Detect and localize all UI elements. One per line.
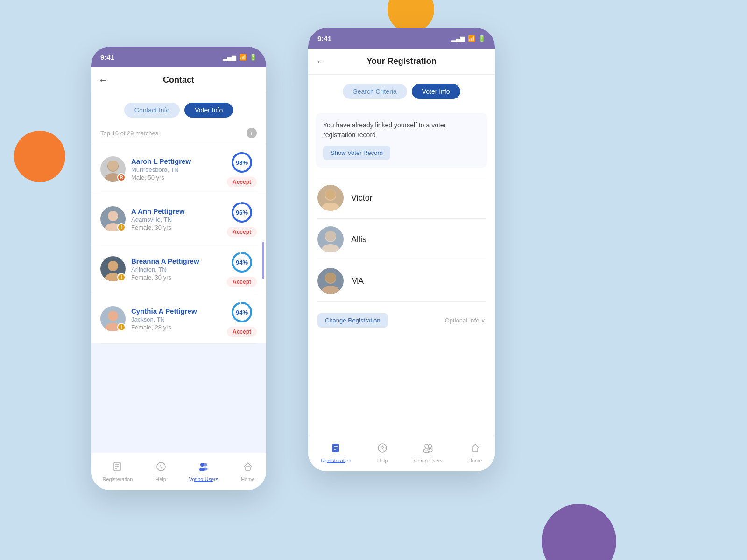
tab-row-right: Search Criteria Voter Info: [308, 75, 495, 104]
svg-text:?: ?: [159, 464, 162, 470]
voting-icon-left: [198, 462, 209, 475]
match-row: Top 10 of 29 matches i: [91, 122, 266, 144]
wifi-icon-right: 📶: [468, 35, 475, 42]
nav-label-help-right: Help: [377, 458, 388, 463]
badge-i-2: i: [117, 223, 126, 231]
divider-4: [100, 343, 257, 344]
status-time-right: 9:41: [317, 35, 331, 42]
badge-i-4: i: [117, 323, 126, 331]
accept-btn-2[interactable]: Accept: [227, 227, 257, 237]
contact-location-1: Murfreesboro, TN: [131, 166, 221, 173]
status-icons-left: ▂▄▆ 📶 🔋: [223, 54, 257, 61]
percent-3: 94%: [236, 259, 248, 266]
contact-info-2: A Ann Pettigrew Adamsville, TN Female, 3…: [131, 207, 221, 231]
info-icon[interactable]: i: [247, 128, 257, 138]
contact-info-3: Breanna A Pettigrew Arlington, TN Female…: [131, 257, 221, 281]
avatar-ma: [317, 268, 344, 294]
badge-i-3: i: [117, 273, 126, 281]
contact-name-4: Cynthia A Pettigrew: [131, 307, 221, 315]
back-button-right[interactable]: ←: [316, 56, 325, 67]
page-title-left: Contact: [163, 75, 194, 85]
svg-point-34: [325, 189, 336, 200]
back-button-left[interactable]: ←: [99, 75, 108, 85]
optional-info[interactable]: Optional Info ∨: [445, 317, 486, 324]
nav-item-voting-right[interactable]: Voting Users: [413, 443, 442, 463]
nav-label-voting-right: Voting Users: [413, 458, 442, 463]
contact-item-4[interactable]: i Cynthia A Pettigrew Jackson, TN Female…: [91, 294, 266, 343]
nav-item-help-right[interactable]: ? Help: [377, 443, 388, 463]
accept-btn-1[interactable]: Accept: [227, 177, 257, 187]
battery-icon-left: 🔋: [249, 54, 257, 61]
contact-item-2[interactable]: i A Ann Pettigrew Adamsville, TN Female,…: [91, 194, 266, 244]
contact-info-1: Aaron L Pettigrew Murfreesboro, TN Male,…: [131, 157, 221, 181]
tab-voter-info-left[interactable]: Voter Info: [184, 103, 233, 118]
tab-contact-info[interactable]: Contact Info: [124, 103, 180, 118]
wifi-icon-left: 📶: [239, 54, 247, 61]
scroll-indicator: [262, 242, 264, 279]
avatar-wrap-3: i: [100, 256, 126, 281]
signal-icon-left: ▂▄▆: [223, 54, 236, 61]
svg-point-16: [108, 311, 118, 321]
nav-item-voting-left[interactable]: Voting Users: [189, 462, 218, 482]
home-icon-right: [470, 443, 480, 456]
status-icons-right: ▂▄▆ 📶 🔋: [451, 35, 486, 42]
accept-btn-3[interactable]: Accept: [227, 277, 257, 287]
nav-item-home-right[interactable]: Home: [468, 443, 482, 463]
deco-circle-orange-left: [14, 131, 65, 182]
contact-name-1: Aaron L Pettigrew: [131, 157, 221, 165]
svg-point-38: [325, 231, 336, 241]
person-row-victor[interactable]: Victor: [308, 177, 495, 218]
bottom-nav-right: Registeration ? Help Voting User: [308, 434, 495, 471]
nav-item-home-left[interactable]: Home: [241, 462, 254, 482]
phone-left: 9:41 ▂▄▆ 📶 🔋 ← Contact Contact Info Vote…: [91, 47, 266, 490]
nav-label-help-left: Help: [155, 476, 166, 482]
tab-voter-info-right[interactable]: Voter Info: [412, 84, 460, 99]
contact-location-3: Arlington, TN: [131, 266, 221, 273]
percent-1: 98%: [236, 159, 248, 166]
svg-rect-53: [473, 448, 478, 452]
svg-rect-30: [246, 467, 250, 470]
help-icon-right: ?: [377, 443, 388, 456]
avatar-wrap-2: i: [100, 206, 126, 231]
contact-details-2: Female, 30 yrs: [131, 224, 221, 231]
badge-r-1: R: [117, 173, 126, 182]
nav-header-left: ← Contact: [91, 67, 266, 93]
svg-point-2: [108, 161, 118, 171]
right-phone-body: You have already linked yourself to a vo…: [308, 104, 495, 471]
contact-item-3[interactable]: i Breanna A Pettigrew Arlington, TN Fema…: [91, 244, 266, 294]
active-line-left: [194, 481, 213, 482]
nav-item-help-left[interactable]: ? Help: [155, 462, 166, 482]
contact-location-4: Jackson, TN: [131, 316, 221, 323]
person-name-allis: Allis: [351, 235, 366, 245]
status-time-left: 9:41: [100, 53, 114, 61]
contact-details-1: Male, 50 yrs: [131, 174, 221, 181]
nav-item-registration-left[interactable]: Registeration: [102, 462, 133, 482]
contact-right-4: 94% Accept: [227, 301, 257, 337]
tab-row-left: Contact Info Voter Info: [91, 93, 266, 122]
svg-point-29: [203, 467, 208, 470]
person-row-allis[interactable]: Allis: [308, 219, 495, 260]
progress-2: 96%: [230, 201, 254, 224]
phone-right: 9:41 ▂▄▆ 📶 🔋 ← Your Registration Search …: [308, 28, 495, 471]
registration-icon-right: [331, 443, 341, 456]
home-icon-left: [243, 462, 253, 475]
active-line-right: [327, 462, 345, 463]
avatar-wrap-1: R: [100, 156, 126, 182]
contact-location-2: Adamsville, TN: [131, 216, 221, 223]
contact-right-3: 94% Accept: [227, 251, 257, 287]
show-voter-btn[interactable]: Show Voter Record: [323, 146, 390, 160]
contact-details-4: Female, 28 yrs: [131, 324, 221, 331]
divider-m: [317, 301, 486, 302]
svg-point-42: [325, 273, 336, 283]
bottom-actions: Change Registration Optional Info ∨: [308, 306, 495, 335]
change-reg-btn[interactable]: Change Registration: [317, 313, 388, 328]
accept-btn-4[interactable]: Accept: [227, 327, 257, 337]
nav-item-registration-right[interactable]: Registeration: [321, 443, 352, 463]
registration-icon-left: [113, 462, 123, 475]
contacts-list: R Aaron L Pettigrew Murfreesboro, TN Mal…: [91, 144, 266, 490]
contact-info-4: Cynthia A Pettigrew Jackson, TN Female, …: [131, 307, 221, 331]
tab-search-criteria[interactable]: Search Criteria: [343, 84, 407, 99]
contact-right-2: 96% Accept: [227, 201, 257, 237]
person-row-ma[interactable]: MA: [308, 260, 495, 301]
contact-item-1[interactable]: R Aaron L Pettigrew Murfreesboro, TN Mal…: [91, 144, 266, 194]
